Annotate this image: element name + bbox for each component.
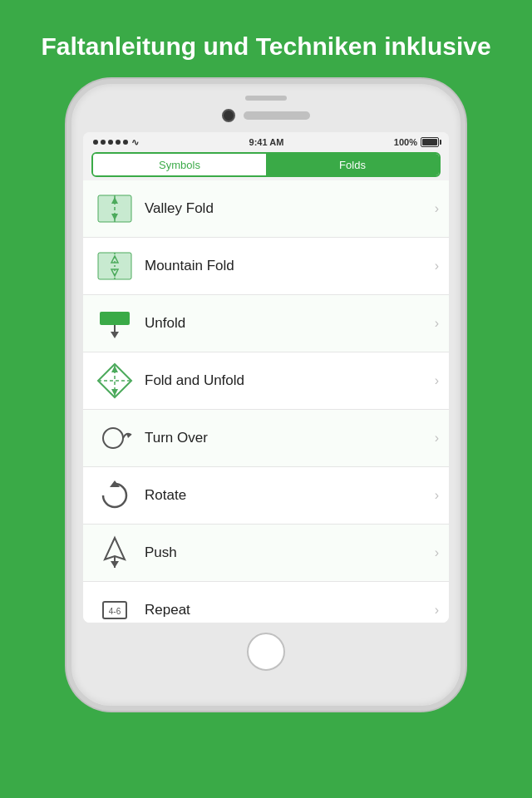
push-icon: [93, 531, 136, 574]
push-label: Push: [136, 544, 435, 561]
tab-folds[interactable]: Folds: [266, 154, 439, 175]
signal-dots: [93, 140, 128, 145]
fold-and-unfold-chevron: ›: [435, 373, 439, 388]
battery-fill: [422, 139, 437, 145]
valley-fold-label: Valley Fold: [136, 200, 435, 217]
fold-and-unfold-label: Fold and Unfold: [136, 372, 435, 389]
tab-symbols[interactable]: Symbols: [93, 154, 266, 175]
list-item-rotate[interactable]: Rotate ›: [83, 467, 449, 525]
rotate-icon: [93, 474, 136, 517]
valley-fold-icon: [93, 187, 136, 230]
list-item-push[interactable]: Push ›: [83, 525, 449, 582]
status-bar: ∿ 9:41 AM 100%: [83, 132, 449, 152]
battery-icon: [421, 137, 439, 147]
list-item-turn-over[interactable]: Turn Over ›: [83, 410, 449, 467]
mountain-fold-icon: [93, 244, 136, 288]
battery-percentage: 100%: [394, 137, 417, 147]
tab-bar: Symbols Folds: [91, 152, 441, 177]
push-chevron: ›: [435, 545, 439, 560]
rotate-chevron: ›: [435, 488, 439, 503]
mountain-fold-label: Mountain Fold: [136, 258, 435, 274]
camera: [222, 109, 235, 122]
svg-marker-21: [111, 561, 119, 568]
status-time: 9:41 AM: [249, 137, 284, 147]
turn-over-label: Turn Over: [136, 430, 435, 446]
list-item-valley-fold[interactable]: Valley Fold ›: [83, 180, 449, 238]
valley-fold-chevron: ›: [435, 201, 439, 216]
unfold-label: Unfold: [136, 315, 435, 332]
repeat-label: Repeat: [136, 602, 435, 618]
repeat-icon: 4-6: [93, 589, 136, 623]
list-item-fold-and-unfold[interactable]: Fold and Unfold ›: [83, 352, 449, 410]
status-left: ∿: [93, 137, 139, 148]
rotate-label: Rotate: [136, 487, 435, 504]
unfold-icon: [93, 302, 136, 345]
svg-marker-10: [111, 332, 119, 338]
phone-mockup: ∿ 9:41 AM 100% Symbols: [0, 79, 532, 711]
list-item-repeat[interactable]: 4-6 Repeat ›: [83, 582, 449, 623]
turn-over-chevron: ›: [435, 431, 439, 446]
phone-top: [71, 84, 461, 122]
turn-over-icon: [93, 416, 136, 460]
sleep-indicator: [245, 96, 287, 101]
mountain-fold-chevron: ›: [435, 259, 439, 273]
repeat-chevron: ›: [435, 603, 439, 618]
phone-screen: ∿ 9:41 AM 100% Symbols: [83, 132, 449, 623]
status-right: 100%: [394, 137, 439, 147]
wifi-icon: ∿: [131, 137, 139, 148]
folds-list: Valley Fold › Moun: [83, 180, 449, 623]
svg-rect-8: [100, 312, 130, 325]
speaker: [244, 111, 310, 120]
unfold-chevron: ›: [435, 316, 439, 331]
svg-text:4-6: 4-6: [109, 607, 121, 616]
fold-and-unfold-icon: [93, 359, 136, 402]
page-header-title: Faltanleitung und Techniken inklusive: [0, 0, 532, 79]
phone-bottom: [71, 623, 461, 681]
svg-point-16: [103, 428, 123, 448]
home-button[interactable]: [247, 633, 285, 671]
list-item-mountain-fold[interactable]: Mountain Fold ›: [83, 238, 449, 295]
list-item-unfold[interactable]: Unfold ›: [83, 295, 449, 352]
